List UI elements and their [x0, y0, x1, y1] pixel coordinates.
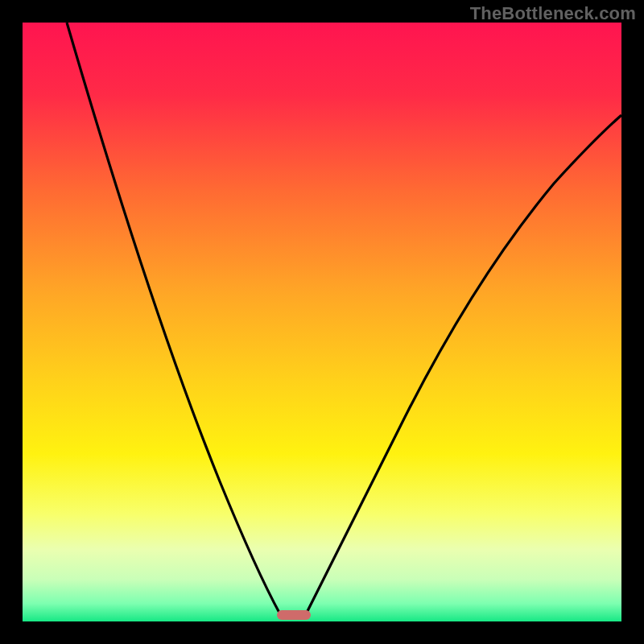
plot-area [23, 23, 621, 621]
curve-right [306, 115, 621, 614]
curve-left [67, 23, 280, 614]
optimal-range-marker [277, 610, 311, 620]
chart-frame: TheBottleneck.com [0, 0, 644, 644]
watermark-text: TheBottleneck.com [470, 3, 636, 24]
bottleneck-curves [23, 23, 621, 621]
